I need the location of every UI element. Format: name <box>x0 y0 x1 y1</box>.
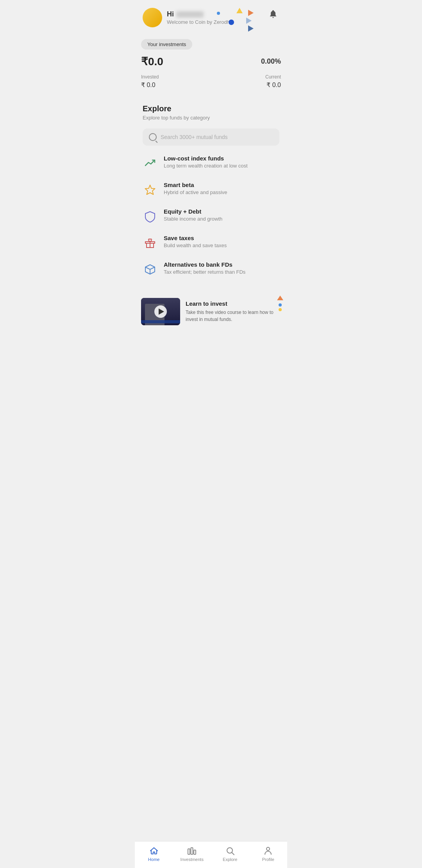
portfolio-return-row: ₹0.0 0.00% <box>141 55 281 68</box>
category-desc-save-taxes: Build wealth and save taxes <box>164 242 227 248</box>
explore-subtitle: Explore top funds by category <box>143 115 279 121</box>
investments-card: Your investments ₹0.0 0.00% Invested ₹ 0… <box>141 35 281 93</box>
explore-section: Explore Explore top funds by category Se… <box>135 100 287 292</box>
current-label: Current <box>265 74 281 80</box>
category-text-alternatives-fd: Alternatives to bank FDs Tax efficient; … <box>164 261 245 275</box>
svg-marker-0 <box>145 185 155 194</box>
learn-banner[interactable]: Learn to invest Take this free video cou… <box>135 292 287 332</box>
category-desc-smart-beta: Hybrid of active and passive <box>164 189 227 195</box>
learn-text: Learn to invest Take this free video cou… <box>186 300 281 323</box>
category-name-alternatives-fd: Alternatives to bank FDs <box>164 261 245 268</box>
greeting-title: Hi <box>167 10 232 18</box>
notification-bell-icon[interactable] <box>267 8 279 23</box>
category-desc-alternatives-fd: Tax efficient; better returns than FDs <box>164 269 245 275</box>
your-investments-button[interactable]: Your investments <box>141 39 192 50</box>
box-icon <box>143 262 157 277</box>
category-item-save-taxes[interactable]: Save taxes Build wealth and save taxes <box>143 235 279 250</box>
learn-banner-title: Learn to invest <box>186 300 281 307</box>
greeting-text: Hi Welcome to Coin by Zerodha <box>167 10 232 25</box>
category-name-save-taxes: Save taxes <box>164 235 227 241</box>
current-detail: Current ₹ 0.0 <box>265 74 281 89</box>
category-name-equity-debt: Equity + Debt <box>164 208 222 215</box>
invested-value: ₹ 0.0 <box>141 82 156 88</box>
welcome-text: Welcome to Coin by Zerodha <box>167 19 232 25</box>
category-text-smart-beta: Smart beta Hybrid of active and passive <box>164 182 227 195</box>
category-item-smart-beta[interactable]: Smart beta Hybrid of active and passive <box>143 182 279 197</box>
triangle-blue-light <box>246 18 252 24</box>
play-triangle-icon <box>159 308 164 315</box>
header: Hi Welcome to Coin by Zerodha <box>135 0 287 31</box>
search-placeholder-text: Search 3000+ mutual funds <box>161 134 228 140</box>
play-button[interactable] <box>154 305 167 318</box>
category-text-save-taxes: Save taxes Build wealth and save taxes <box>164 235 227 248</box>
learn-banner-desc: Take this free video course to learn how… <box>186 309 281 323</box>
category-name-smart-beta: Smart beta <box>164 182 227 188</box>
category-item-alternatives-fd[interactable]: Alternatives to bank FDs Tax efficient; … <box>143 261 279 277</box>
category-item-equity-debt[interactable]: Equity + Debt Stable income and growth <box>143 208 279 224</box>
triangle-yellow <box>236 8 243 13</box>
category-text-low-cost: Low-cost index funds Long term wealth cr… <box>164 155 248 169</box>
star-icon <box>143 182 157 197</box>
invested-label: Invested <box>141 74 159 80</box>
search-icon <box>149 133 157 141</box>
invested-detail: Invested ₹ 0.0 <box>141 74 159 89</box>
trend-up-icon <box>143 156 157 171</box>
category-item-low-cost-index[interactable]: Low-cost index funds Long term wealth cr… <box>143 155 279 171</box>
category-text-equity-debt: Equity + Debt Stable income and growth <box>164 208 222 222</box>
portfolio-value: ₹0.0 <box>141 55 163 68</box>
avatar <box>143 8 162 27</box>
current-value: ₹ 0.0 <box>266 82 281 88</box>
header-left: Hi Welcome to Coin by Zerodha <box>143 8 232 27</box>
banner-triangle-orange <box>277 296 283 300</box>
portfolio-percent: 0.00% <box>261 57 281 66</box>
category-desc-low-cost: Long term wealth creation at low cost <box>164 163 248 169</box>
triangle-orange <box>248 10 254 16</box>
shield-icon <box>143 209 157 224</box>
category-name-low-cost: Low-cost index funds <box>164 155 248 162</box>
portfolio-details: Invested ₹ 0.0 Current ₹ 0.0 <box>141 74 281 89</box>
explore-title: Explore <box>143 104 279 113</box>
greeting-word: Hi <box>167 10 174 18</box>
triangle-blue-dark <box>248 25 254 32</box>
learn-thumbnail <box>141 298 180 325</box>
gift-icon <box>143 235 157 250</box>
user-name-blurred <box>176 11 204 18</box>
search-bar[interactable]: Search 3000+ mutual funds <box>143 128 279 146</box>
category-desc-equity-debt: Stable income and growth <box>164 216 222 222</box>
